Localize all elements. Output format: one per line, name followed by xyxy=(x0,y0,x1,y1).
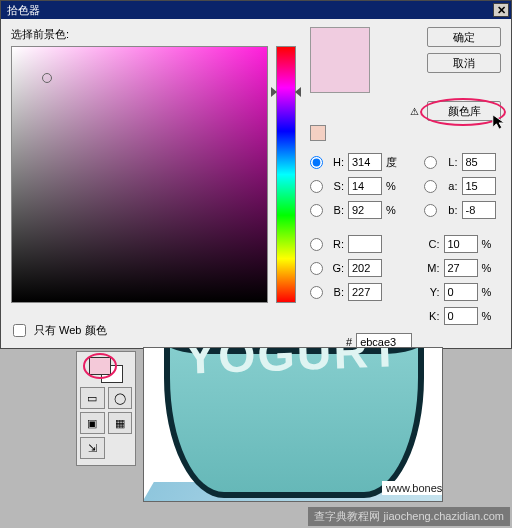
circle-icon: ◯ xyxy=(114,392,126,405)
ok-button[interactable]: 确定 xyxy=(427,27,501,47)
gradient-fill xyxy=(12,47,267,302)
input-m[interactable] xyxy=(444,259,478,277)
input-a[interactable] xyxy=(462,177,496,195)
input-l[interactable] xyxy=(462,153,496,171)
close-icon: ✕ xyxy=(497,4,506,17)
fg-bg-swatches[interactable] xyxy=(89,357,123,383)
jump-icon: ⇲ xyxy=(88,442,97,455)
field-g: G: xyxy=(310,259,406,277)
close-button[interactable]: ✕ xyxy=(493,3,509,17)
field-y: Y:% xyxy=(424,283,502,301)
field-k: K:% xyxy=(424,307,502,325)
hue-slider[interactable] xyxy=(276,46,296,303)
field-lb: b: xyxy=(424,201,502,219)
field-c: C:% xyxy=(424,235,502,253)
input-bl[interactable] xyxy=(348,283,382,301)
radio-b[interactable] xyxy=(310,204,323,217)
saturation-value-field[interactable] xyxy=(11,46,268,303)
radio-g[interactable] xyxy=(310,262,323,275)
field-l: L: xyxy=(424,153,502,171)
field-m: M:% xyxy=(424,259,502,277)
color-swatch xyxy=(310,27,370,93)
input-h[interactable] xyxy=(348,153,382,171)
dialog-title: 拾色器 xyxy=(3,3,40,18)
radio-l[interactable] xyxy=(424,156,437,169)
field-h: H:度 xyxy=(310,153,406,171)
color-picker-dialog: 拾色器 ✕ 选择前景色: 确定 取消 ⚠ xyxy=(0,0,512,349)
window-icon: ▣ xyxy=(87,417,97,430)
mode-standard-button[interactable]: ▭ xyxy=(80,387,105,409)
input-c[interactable] xyxy=(444,235,478,253)
mode-quickmask-button[interactable]: ◯ xyxy=(108,387,133,409)
foreground-swatch[interactable] xyxy=(89,357,111,375)
watermark: 查字典教程网 jiaocheng.chazidian.com xyxy=(308,507,510,526)
radio-r[interactable] xyxy=(310,238,323,251)
field-s: S:% xyxy=(310,177,406,195)
web-only-row[interactable]: 只有 Web 颜色 xyxy=(13,323,107,338)
cancel-button[interactable]: 取消 xyxy=(427,53,501,73)
annotation-cursor-icon xyxy=(491,113,509,131)
credit-text: www.bonesblog.net xyxy=(382,481,443,495)
jump-button[interactable]: ⇲ xyxy=(80,437,105,459)
screen-full-button[interactable]: ▦ xyxy=(108,412,133,434)
web-only-label: 只有 Web 颜色 xyxy=(34,323,107,338)
input-lb[interactable] xyxy=(462,201,496,219)
hue-indicator-right-icon xyxy=(295,87,301,97)
input-k[interactable] xyxy=(444,307,478,325)
input-b[interactable] xyxy=(348,201,382,219)
radio-bl[interactable] xyxy=(310,286,323,299)
radio-s[interactable] xyxy=(310,180,323,193)
titlebar[interactable]: 拾色器 ✕ xyxy=(1,1,511,19)
tool-palette: ▭◯ ▣▦ ⇲ xyxy=(76,351,136,466)
artwork: YOGURT xyxy=(143,347,443,502)
closest-web-swatch[interactable] xyxy=(310,125,326,141)
input-r[interactable] xyxy=(348,235,382,253)
screen-standard-button[interactable]: ▣ xyxy=(80,412,105,434)
field-a: a: xyxy=(424,177,502,195)
color-libraries-button[interactable]: 颜色库 xyxy=(427,101,501,121)
radio-lb[interactable] xyxy=(424,204,437,217)
input-s[interactable] xyxy=(348,177,382,195)
input-y[interactable] xyxy=(444,283,478,301)
square-icon: ▭ xyxy=(87,392,97,405)
hue-indicator-left-icon xyxy=(271,87,277,97)
workspace-area: ▭◯ ▣▦ ⇲ YOGURT www.bonesblog.net 查字典教程网 … xyxy=(0,349,512,528)
pick-foreground-label: 选择前景色: xyxy=(11,27,268,42)
window2-icon: ▦ xyxy=(115,417,125,430)
dialog-content: 选择前景色: 确定 取消 ⚠ 颜色库 xyxy=(1,19,511,357)
radio-a[interactable] xyxy=(424,180,437,193)
field-r: R: xyxy=(310,235,406,253)
field-bl: B: xyxy=(310,283,406,301)
web-only-checkbox[interactable] xyxy=(13,324,26,337)
radio-h[interactable] xyxy=(310,156,323,169)
document-canvas[interactable]: YOGURT www.bonesblog.net xyxy=(143,347,443,502)
input-g[interactable] xyxy=(348,259,382,277)
gamut-warning-icon[interactable]: ⚠ xyxy=(407,104,421,118)
field-bval: B:% xyxy=(310,201,406,219)
color-marker[interactable] xyxy=(42,73,52,83)
